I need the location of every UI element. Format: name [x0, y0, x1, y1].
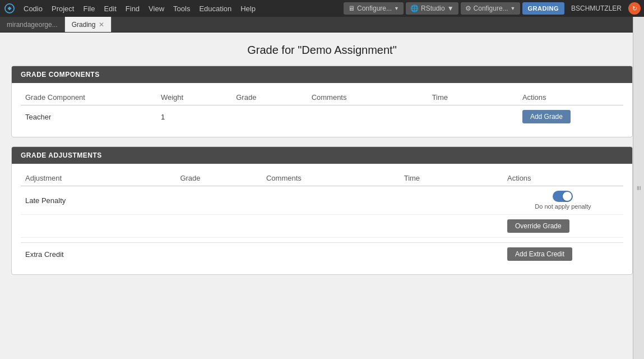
override-grade-row: Override Grade — [21, 215, 623, 238]
configure2-chevron-icon: ▼ — [511, 6, 516, 11]
grade-adjustments-table: Adjustment Grade Comments Time Actions L… — [21, 171, 623, 265]
tab-bar: mirandageorge... Grading ✕ — [0, 17, 644, 33]
toggle-thumb — [563, 192, 572, 201]
component-actions: Add Grade — [518, 105, 623, 128]
extra-credit-label: Extra Credit — [21, 243, 175, 266]
tab-grading[interactable]: Grading ✕ — [65, 17, 112, 32]
component-weight: 1 — [156, 105, 231, 128]
page-title: Grade for "Demo Assignment" — [11, 44, 633, 57]
menu-codio[interactable]: Codio — [19, 0, 47, 17]
override-actions: Override Grade — [503, 215, 623, 238]
sidebar-handle[interactable]: ≡ — [633, 17, 644, 359]
adj-col-header-adjustment: Adjustment — [21, 171, 175, 186]
toggle-label: Do not apply penalty — [535, 203, 591, 210]
col-header-weight: Weight — [156, 90, 231, 105]
grade-components-header: GRADE COMPONENTS — [12, 66, 632, 83]
adj-col-header-grade: Grade — [175, 171, 262, 186]
late-penalty-row: Late Penalty Do not appl — [21, 186, 623, 215]
configure2-icon: ⚙ — [465, 4, 471, 12]
override-comments — [262, 215, 400, 238]
extra-credit-grade — [175, 243, 262, 266]
menu-project[interactable]: Project — [47, 0, 78, 17]
username-label: BSCHMUTZLER — [567, 4, 626, 12]
grade-components-card: GRADE COMPONENTS Grade Component Weight … — [11, 66, 633, 137]
override-time — [400, 215, 503, 238]
app-logo — [3, 2, 16, 15]
grade-adjustments-body: Adjustment Grade Comments Time Actions L… — [12, 164, 632, 274]
override-grade — [175, 215, 262, 238]
menu-view[interactable]: View — [144, 0, 169, 17]
configure1-button[interactable]: 🖥 Configure... ▼ — [344, 2, 404, 15]
override-grade-button[interactable]: Override Grade — [507, 219, 569, 233]
late-penalty-actions: Do not apply penalty — [503, 186, 623, 215]
sidebar-handle-icon: ≡ — [634, 186, 643, 190]
extra-credit-row: Extra Credit Add Extra Credit — [21, 243, 623, 266]
late-penalty-label: Late Penalty — [21, 186, 175, 215]
table-divider — [21, 238, 623, 243]
extra-credit-comments — [262, 243, 400, 266]
grade-components-table: Grade Component Weight Grade Comments Ti… — [21, 90, 623, 128]
grade-component-row: Teacher 1 Add Grade — [21, 105, 623, 128]
menu-bar-right: 🖥 Configure... ▼ 🌐 RStudio ▼ ⚙ Configure… — [344, 2, 641, 15]
late-penalty-toggle[interactable] — [553, 191, 573, 202]
late-penalty-toggle-container: Do not apply penalty — [507, 191, 619, 210]
grade-adjustments-header: GRADE ADJUSTMENTS — [12, 147, 632, 164]
add-extra-credit-button[interactable]: Add Extra Credit — [507, 247, 572, 261]
tab-mirandageorge[interactable]: mirandageorge... — [0, 17, 65, 32]
col-header-grade: Grade — [231, 90, 307, 105]
adj-col-header-time: Time — [400, 171, 503, 186]
rstudio-button[interactable]: 🌐 RStudio ▼ — [406, 2, 458, 15]
col-header-time: Time — [428, 90, 518, 105]
rstudio-chevron-icon: ▼ — [447, 4, 454, 12]
late-penalty-comments — [262, 186, 400, 215]
extra-credit-actions: Add Extra Credit — [503, 243, 623, 266]
grade-components-body: Grade Component Weight Grade Comments Ti… — [12, 83, 632, 137]
menu-file[interactable]: File — [78, 0, 99, 17]
menu-bar: Codio Project File Edit Find View Tools … — [0, 0, 644, 17]
late-penalty-time — [400, 186, 503, 215]
col-header-comments: Comments — [307, 90, 428, 105]
tab-grading-label: Grading — [72, 21, 96, 29]
configure1-icon: 🖥 — [348, 4, 355, 12]
extra-credit-time — [400, 243, 503, 266]
main-content: Grade for "Demo Assignment" GRADE COMPON… — [0, 33, 644, 359]
component-name: Teacher — [21, 105, 156, 128]
tab-grading-close-icon[interactable]: ✕ — [99, 21, 104, 28]
tab-mirandageorge-label: mirandageorge... — [7, 21, 58, 29]
col-header-component: Grade Component — [21, 90, 156, 105]
col-header-actions: Actions — [518, 90, 623, 105]
late-penalty-grade — [175, 186, 262, 215]
table-divider-row — [21, 238, 623, 243]
grade-adjustments-card: GRADE ADJUSTMENTS Adjustment Grade Comme… — [11, 146, 633, 275]
adj-col-header-comments: Comments — [262, 171, 400, 186]
component-grade — [231, 105, 307, 128]
grading-badge: GRADING — [522, 2, 564, 15]
component-time — [428, 105, 518, 128]
override-empty-label — [21, 215, 175, 238]
configure2-button[interactable]: ⚙ Configure... ▼ — [461, 2, 520, 15]
menu-help[interactable]: Help — [236, 0, 260, 17]
component-comments — [307, 105, 428, 128]
toggle-track — [553, 191, 573, 202]
add-grade-button[interactable]: Add Grade — [522, 110, 571, 123]
menu-tools[interactable]: Tools — [169, 0, 194, 17]
configure1-chevron-icon: ▼ — [394, 6, 399, 11]
rstudio-globe-icon: 🌐 — [410, 4, 419, 12]
menu-education[interactable]: Education — [194, 0, 236, 17]
sync-icon[interactable]: ↻ — [628, 2, 641, 15]
menu-find[interactable]: Find — [121, 0, 144, 17]
adj-col-header-actions: Actions — [503, 171, 623, 186]
menu-edit[interactable]: Edit — [99, 0, 121, 17]
